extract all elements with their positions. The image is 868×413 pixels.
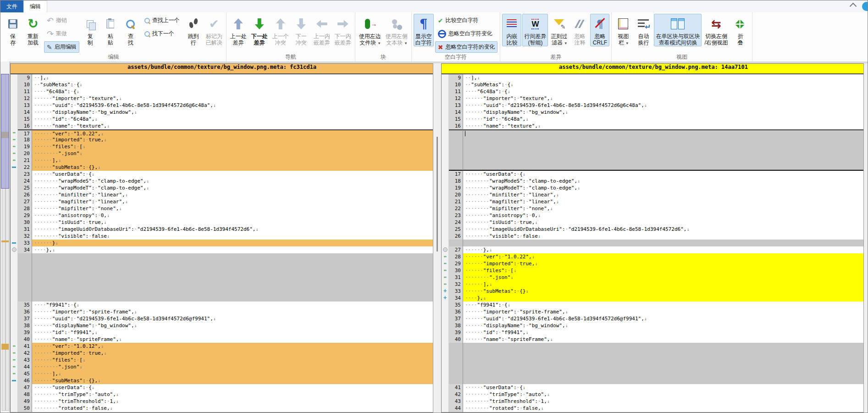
code-line[interactable]: 18········"wrapModeS":·"clamp-to-edge",↓ [442,178,865,184]
help-circle-icon[interactable] [862,2,868,11]
ghost-line[interactable] [442,150,865,157]
code-line[interactable]: 43········"trimThreshold":·1,↓ [442,398,865,405]
ghost-line[interactable] [442,370,865,377]
ghost-line[interactable] [11,274,433,281]
ribbon-button-arrow-left-muted[interactable]: 上一内 嵌差异 [312,14,332,46]
code-line[interactable]: 10··"subMetas":·{↓ [442,81,865,88]
ghost-line[interactable] [442,164,865,171]
ghost-line[interactable] [11,281,433,288]
location-pane[interactable] [0,61,10,413]
code-line[interactable]: 11····"6c48a":·{↓ [11,88,433,95]
right-pane-header[interactable]: assets/bundle/common/texture/bg_window.p… [442,64,865,74]
ghost-line[interactable] [442,129,865,136]
code-line[interactable]: 29········"anisotropy":·0,↓ [11,212,433,219]
left-pane-header[interactable]: assets/bundle/common/texture/bg_window.p… [11,64,433,74]
code-line[interactable]: 37······"uuid":·"d2194539-6fe1-4b6c-8e58… [11,315,433,322]
chevron-up-icon[interactable] [850,3,857,10]
ribbon-button-view-bar[interactable]: 视图 栏 ▾ [614,14,633,47]
ribbon-button-red-x[interactable]: ✖忽略空白字符的变化 [435,41,498,53]
code-line[interactable]: 23········"anisotropy":·0,↓ [442,212,865,219]
right-scrollbar-strip[interactable] [863,63,868,413]
code-line[interactable]: 15······"id":·"6c48a",↓ [11,116,433,123]
code-line[interactable]: 30········"isUuid":·true,↓ [11,219,433,226]
ribbon-button-inline-lines[interactable]: 内嵌 比较 [502,14,521,46]
ribbon-button-redo[interactable]: ↷重做 [44,28,79,39]
ghost-line[interactable] [442,136,865,143]
scrollbar-thumb[interactable] [437,137,438,251]
ribbon-button-copy[interactable]: 复 制 [81,14,100,46]
code-line[interactable]: 9··],↓ [442,74,865,81]
code-line[interactable]: ⇔43······"files":·[↓ [11,357,433,363]
right-pane-editor[interactable]: 9··],↓10··"subMetas":·{↓11····"6c48a":·{… [442,74,865,412]
ribbon-button-word-wrap[interactable]: 自动 换行 [634,14,653,46]
code-line[interactable]: ⇔45······],↓ [11,370,433,377]
code-line[interactable]: 26········"minfilter":·"linear",↓ [11,191,433,198]
location-view-rect[interactable] [1,74,9,189]
code-line[interactable]: 19········"wrapModeT":·"clamp-to-edge",↓ [442,184,865,191]
code-line[interactable]: 48········"trimType":·"auto",↓ [11,391,433,398]
code-line[interactable]: 24········"wrapModeS":·"clamp-to-edge",↓ [11,178,433,184]
code-line[interactable]: 40······"name":·"spriteFrame",↓ [442,336,865,343]
ribbon-button-arrow-right-muted[interactable]: 下一内 嵌差异 [333,14,353,46]
code-line[interactable]: 16······"name":·"texture",↓ [11,123,433,129]
left-pane-editor[interactable]: 9··],↓10··"subMetas":·{↓11····"6c48a":·{… [11,74,433,412]
code-line[interactable]: +33······"subMetas":·{}↓ [442,288,865,295]
ghost-line[interactable] [442,143,865,150]
ribbon-button-find-small[interactable]: 查找上一个 [142,15,182,26]
code-line[interactable]: 38······"displayName":·"bg_window",↓ [11,322,433,329]
ribbon-button-check-muted[interactable]: ✔标记为 已解决 [204,14,224,46]
ribbon-button-swap-lr[interactable]: ⇆切换左侧 /右侧视图 [702,14,730,46]
ribbon-button-check-green[interactable]: ✔比较空白字符 [435,15,498,26]
code-line[interactable]: 13······"uuid":·"d2194539-6fe1-4b6c-8e58… [11,102,433,109]
ribbon-button-slashes[interactable]: 忽略 注释 [570,14,589,46]
code-line[interactable]: 37······"uuid":·"d2194539-6fe1-4b6c-8e58… [442,315,865,322]
code-line[interactable]: 23······"userData":·{↓ [11,171,433,178]
ribbon-button-use-left-file[interactable]: 使用左边 文件块 ▾ [357,14,383,47]
ghost-line[interactable] [11,295,433,301]
code-line[interactable]: 44········"rotated":·false,↓ [442,405,865,412]
code-line[interactable]: 17······"userData":·{↓ [442,171,865,178]
ghost-line[interactable] [442,157,865,164]
ribbon-button-paste[interactable]: 粘 贴 [101,14,120,46]
ribbon-button-arrow-down-green[interactable]: 下一处 差异 [249,14,270,46]
ghost-line[interactable] [442,377,865,384]
code-line[interactable]: 42········"trimType":·"auto",↓ [442,391,865,398]
ghost-line[interactable] [11,253,433,260]
vertical-scrollbar[interactable] [433,63,442,413]
code-line[interactable]: ⇔17······"ver":·"1.0.22",↓ [11,129,433,136]
code-line[interactable]: ⇔31········".json"↓ [442,274,865,281]
code-line[interactable]: ⇔32······],↓ [442,281,865,288]
ribbon-button-dual-pane[interactable]: 在单区块与双区块 查看模式间切换 [654,14,702,46]
code-line[interactable]: ⇔41······"ver":·"1.0.12",↓ [11,343,433,350]
code-line[interactable]: 31········"imageUuidOrDatabaseUri":·"d21… [11,226,433,233]
code-line[interactable]: 20········"minfilter":·"linear",↓ [442,191,865,198]
code-line[interactable]: 36······"importer":·"sprite-frame",↓ [442,308,865,315]
code-line[interactable]: 22········"mipfilter":·"none",↓ [442,205,865,212]
tab-file[interactable]: 文件 [0,0,23,12]
code-line[interactable]: 39······"id":·"f9941",↓ [442,329,865,336]
ghost-line[interactable] [442,350,865,357]
ribbon-button-no-compare[interactable]: 忽略空白字符变化 [435,28,498,39]
code-line[interactable]: 11····"6c48a":·{↓ [442,88,865,95]
code-line[interactable]: 47······"userData":·{↓ [11,384,433,391]
code-line[interactable]: 27········"magfilter":·"linear",↓ [11,198,433,205]
code-line[interactable]: 10··"subMetas":·{↓ [11,81,433,88]
code-line[interactable]: ⇔18······"imported":·true,↓ [11,136,433,143]
code-line[interactable]: 45········"offsetX":·0,↓ [442,412,865,412]
code-line[interactable]: 14······"displayName":·"bg_window",↓ [442,109,865,116]
code-line[interactable]: 35····"f9941":·{↓ [11,301,433,308]
code-line[interactable]: 24········"isUuid":·true,↓ [442,219,865,226]
code-line[interactable]: ⇔42······"imported":·true,↓ [11,350,433,357]
ribbon-button-find-small[interactable]: 找下一个 [142,28,182,39]
code-line[interactable]: 25········"imageUuidOrDatabaseUri":·"d21… [442,226,865,233]
ribbon-button-footprints[interactable]: 跳到 行 [184,14,203,46]
ghost-line[interactable] [442,363,865,370]
code-line[interactable]: +34····},↓ [442,295,865,301]
ghost-line[interactable] [442,240,865,246]
code-line[interactable]: 27······},↓ [442,246,865,253]
ghost-line[interactable] [11,267,433,274]
ribbon-button-collapse-arrows[interactable]: ◢◣◥◤折 叠 [731,14,750,46]
ribbon-button-save[interactable]: 保 存 [3,14,22,46]
ribbon-button-pencil[interactable]: ✎启用编辑 [44,41,79,53]
ribbon-button-find[interactable]: 查 找 [121,14,140,46]
